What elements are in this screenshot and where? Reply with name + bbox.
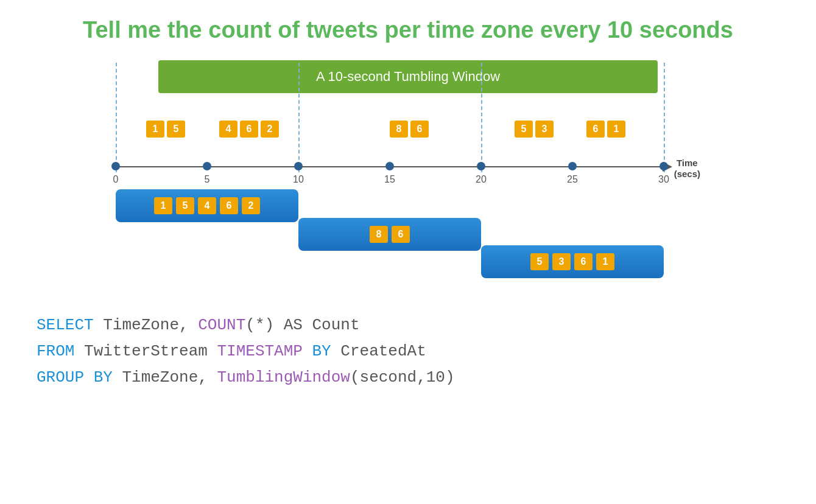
tick-5 xyxy=(203,162,211,170)
diagram-area: 1 5 4 6 2 8 6 5 3 6 1 Time(secs) 0 5 10 … xyxy=(104,99,712,294)
badge: 1 xyxy=(154,197,172,214)
tick-label-20: 20 xyxy=(476,174,487,185)
badge: 1 xyxy=(596,253,614,270)
badge: 8 xyxy=(390,121,408,138)
badge: 4 xyxy=(198,197,216,214)
timeline-label: Time(secs) xyxy=(674,158,700,180)
dashed-line-30 xyxy=(664,63,665,172)
tick-label-30: 30 xyxy=(658,174,669,185)
sql-line-2: FROM TwitterStream TIMESTAMP BY CreatedA… xyxy=(37,338,779,365)
tick-15 xyxy=(385,162,394,170)
window-bar-2: 8 6 xyxy=(298,218,481,251)
badge: 5 xyxy=(530,253,549,270)
badge-group-1: 1 5 xyxy=(146,121,185,138)
sql-line2-rest2 xyxy=(303,342,312,360)
tick-30 xyxy=(659,162,668,170)
window-bar-3: 5 3 6 1 xyxy=(481,245,664,278)
tick-10 xyxy=(294,162,303,170)
badge: 6 xyxy=(220,197,238,214)
sql-line-1: SELECT TimeZone, COUNT(*) AS Count xyxy=(37,312,779,338)
tick-0 xyxy=(111,162,120,170)
badge: 1 xyxy=(607,121,625,138)
sql-timestamp-keyword: TIMESTAMP xyxy=(217,342,302,360)
badge-group-4: 5 3 xyxy=(515,121,554,138)
sql-line3-rest: TimeZone, xyxy=(113,368,217,387)
sql-by-keyword: BY xyxy=(312,342,331,360)
sql-by2-keyword: BY xyxy=(94,368,113,387)
dashed-line-20 xyxy=(481,63,482,172)
sql-line1-text: TimeZone, xyxy=(94,316,199,334)
sql-line-3: GROUP BY TimeZone, TumblingWindow(second… xyxy=(37,365,779,391)
sql-tumbling-keyword: TumblingWindow xyxy=(217,368,350,387)
badge: 5 xyxy=(176,197,194,214)
sql-select-keyword: SELECT xyxy=(37,316,94,334)
sql-line2-rest3: CreatedAt xyxy=(331,342,426,360)
window-banner: A 10-second Tumbling Window xyxy=(158,60,658,93)
sql-space1 xyxy=(84,368,94,387)
badge: 3 xyxy=(552,253,571,270)
badge: 6 xyxy=(586,121,605,138)
badge: 4 xyxy=(219,121,237,138)
tick-label-25: 25 xyxy=(567,174,578,185)
sql-group-keyword: GROUP xyxy=(37,368,84,387)
badge: 5 xyxy=(167,121,185,138)
page-title: Tell me the count of tweets per time zon… xyxy=(0,0,816,49)
sql-line3-rest2: (second,10) xyxy=(350,368,455,387)
sql-count-keyword: COUNT xyxy=(198,316,245,334)
badge: 5 xyxy=(515,121,533,138)
tick-label-0: 0 xyxy=(113,174,119,185)
sql-block: SELECT TimeZone, COUNT(*) AS Count FROM … xyxy=(0,294,816,391)
badge: 6 xyxy=(574,253,593,270)
sql-from-keyword: FROM xyxy=(37,342,74,360)
badge-group-2: 4 6 2 xyxy=(219,121,279,138)
badge: 6 xyxy=(240,121,258,138)
badge: 2 xyxy=(242,197,260,214)
tick-25 xyxy=(568,162,577,170)
tick-label-10: 10 xyxy=(293,174,304,185)
badge: 6 xyxy=(410,121,429,138)
tick-label-5: 5 xyxy=(205,174,210,185)
badge: 6 xyxy=(392,226,410,243)
badge: 2 xyxy=(261,121,279,138)
badge: 3 xyxy=(535,121,554,138)
tick-20 xyxy=(477,162,485,170)
badge-group-5: 6 1 xyxy=(586,121,625,138)
sql-line1-rest2: (*) AS Count xyxy=(245,316,359,334)
badge: 8 xyxy=(370,226,388,243)
dashed-line-10 xyxy=(298,63,300,172)
badge: 1 xyxy=(146,121,164,138)
tick-label-15: 15 xyxy=(384,174,395,185)
badge-group-3: 8 6 xyxy=(390,121,429,138)
sql-line2-text: TwitterStream xyxy=(74,342,217,360)
window-bar-1: 1 5 4 6 2 xyxy=(116,189,298,222)
dashed-line-0 xyxy=(116,63,117,172)
